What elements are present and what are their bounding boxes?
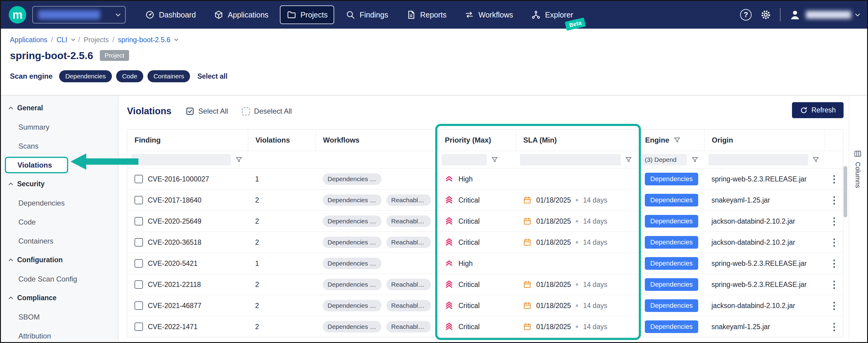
chevron-down-icon <box>855 12 860 16</box>
sidebar-item-attribution[interactable]: Attribution <box>1 327 118 343</box>
row-menu-button[interactable]: ⋮ <box>825 190 843 211</box>
scan-engine-pill-containers[interactable]: Containers <box>148 70 190 82</box>
priority-cell: High <box>437 169 516 190</box>
severity-critical-icon <box>444 196 454 205</box>
columns-icon <box>854 150 862 158</box>
settings-gear-icon[interactable] <box>760 9 772 21</box>
origin-filter-input[interactable] <box>709 154 808 166</box>
filter-funnel-icon[interactable] <box>235 156 243 163</box>
sidebar-item-scans[interactable]: Scans <box>1 137 118 156</box>
column-header-engine[interactable]: Engine <box>638 130 704 151</box>
column-header-label: Finding <box>134 136 161 144</box>
sidebar-item-containers[interactable]: Containers <box>1 232 118 250</box>
row-menu-button[interactable]: ⋮ <box>825 274 843 295</box>
sidebar-item-summary[interactable]: Summary <box>1 117 118 137</box>
nav-item-explorer[interactable]: Explorer Beta <box>525 5 580 24</box>
org-selector-dropdown[interactable] <box>32 6 126 24</box>
main-nav: Dashboard Applications Projects Findings… <box>138 5 580 24</box>
column-header-label: Origin <box>712 136 733 144</box>
row-checkbox[interactable] <box>134 238 143 246</box>
finding-id[interactable]: CVE-2020-5421 <box>148 260 197 268</box>
column-header-violations[interactable]: Violations <box>248 130 315 151</box>
nav-item-applications[interactable]: Applications <box>207 5 275 24</box>
filter-funnel-icon[interactable] <box>625 156 632 163</box>
column-header-origin[interactable]: Origin <box>704 130 825 151</box>
sidebar-item-code[interactable]: Code <box>1 212 118 232</box>
row-menu-button[interactable]: ⋮ <box>825 295 843 316</box>
finding-filter-input[interactable] <box>131 154 231 166</box>
filter-funnel-icon[interactable] <box>674 137 681 144</box>
engine-filter-value[interactable]: (3) Depend <box>642 154 687 166</box>
row-menu-button[interactable]: ⋮ <box>825 253 843 274</box>
row-checkbox[interactable] <box>134 217 143 226</box>
table-row: CVE-2021-22118 2 Dependencies - ...Reach… <box>127 274 843 295</box>
select-all-button[interactable]: Select All <box>185 107 228 116</box>
nav-item-findings[interactable]: Findings <box>339 5 395 24</box>
column-header-priority-max-[interactable]: Priority (Max) <box>437 130 516 151</box>
priority-cell: Critical <box>437 232 516 253</box>
sidebar-section-general[interactable]: General <box>1 99 118 117</box>
finding-id[interactable]: CVE-2017-18640 <box>148 196 202 204</box>
column-header-sla-min-[interactable]: SLA (Min) <box>516 130 638 151</box>
row-checkbox[interactable] <box>134 175 143 183</box>
row-menu-button[interactable]: ⋮ <box>825 211 843 232</box>
sidebar-section-security[interactable]: Security <box>1 174 118 194</box>
vertical-scrollbar-thumb[interactable] <box>843 166 847 217</box>
filter-funnel-icon[interactable] <box>812 156 819 163</box>
filter-funnel-icon[interactable] <box>691 156 699 163</box>
sidebar-section-compliance[interactable]: Compliance <box>1 288 118 307</box>
breadcrumb-item[interactable]: CLI <box>56 35 67 44</box>
finding-id[interactable]: CVE-2021-22118 <box>148 281 201 289</box>
finding-id[interactable]: CVE-2020-25649 <box>148 217 202 226</box>
row-checkbox[interactable] <box>134 196 143 204</box>
nav-item-dashboard[interactable]: Dashboard <box>138 5 203 24</box>
origin-cell: jackson-databind-2.10.2.jar <box>704 295 825 316</box>
row-checkbox[interactable] <box>134 322 143 331</box>
nav-item-projects[interactable]: Projects <box>280 5 334 24</box>
finding-id[interactable]: CVE-2016-1000027 <box>148 175 209 183</box>
nav-item-workflows[interactable]: Workflows <box>458 5 520 24</box>
priority-filter-input[interactable] <box>441 154 487 166</box>
scan-engine-pill-dependencies[interactable]: Dependencies <box>59 70 112 82</box>
scan-select-all[interactable]: Select all <box>197 72 227 80</box>
violations-count: 2 <box>248 232 315 253</box>
user-menu[interactable] <box>789 9 859 21</box>
engine-badge: Dependencies <box>645 194 698 206</box>
breadcrumb-item[interactable]: spring-boot-2.5.6 <box>118 35 170 44</box>
scan-engine-pill-code[interactable]: Code <box>116 70 143 82</box>
columns-rail[interactable]: Columns <box>849 96 866 342</box>
nav-item-reports[interactable]: Reports <box>400 5 453 24</box>
row-checkbox[interactable] <box>134 280 143 289</box>
row-menu-button[interactable]: ⋮ <box>825 316 843 337</box>
sidebar-item-dependencies[interactable]: Dependencies <box>1 194 118 212</box>
row-menu-button[interactable]: ⋮ <box>825 169 843 190</box>
calendar-icon <box>523 322 531 331</box>
sidebar-item-sbom[interactable]: SBOM <box>1 307 118 327</box>
mend-logo-icon[interactable]: m <box>9 6 26 24</box>
row-checkbox[interactable] <box>134 259 143 268</box>
sla-date: 01/18/2025 <box>536 217 571 226</box>
row-checkbox[interactable] <box>134 301 143 310</box>
engine-cell: Dependencies <box>638 253 704 274</box>
workflows-cell: Dependencies - ...Reachable and C... <box>315 295 437 316</box>
sidebar-item-code-scan-config[interactable]: Code Scan Config <box>1 270 118 288</box>
finding-id[interactable]: CVE-2022-1471 <box>148 323 197 331</box>
priority-cell: Critical <box>437 274 516 295</box>
breadcrumb-item: Projects <box>84 35 109 44</box>
sla-filter-input[interactable] <box>520 154 621 166</box>
deselect-all-button[interactable]: Deselect All <box>242 107 292 115</box>
column-header-workflows[interactable]: Workflows <box>315 130 437 151</box>
column-header-finding[interactable]: Finding <box>127 130 248 151</box>
finding-id[interactable]: CVE-2020-36518 <box>148 238 202 246</box>
chevron-down-icon <box>174 37 178 41</box>
violations-count: 2 <box>248 211 315 232</box>
finding-id[interactable]: CVE-2021-46877 <box>148 302 202 310</box>
filter-funnel-icon[interactable] <box>491 156 498 163</box>
breadcrumb-item[interactable]: Applications <box>10 35 48 44</box>
sidebar-item-violations[interactable]: Violations <box>1 156 118 174</box>
row-menu-button[interactable]: ⋮ <box>825 232 843 253</box>
sidebar-section-configuration[interactable]: Configuration <box>1 250 118 270</box>
refresh-button[interactable]: Refresh <box>792 102 843 118</box>
calendar-icon <box>523 238 531 246</box>
help-icon[interactable]: ? <box>740 9 752 21</box>
